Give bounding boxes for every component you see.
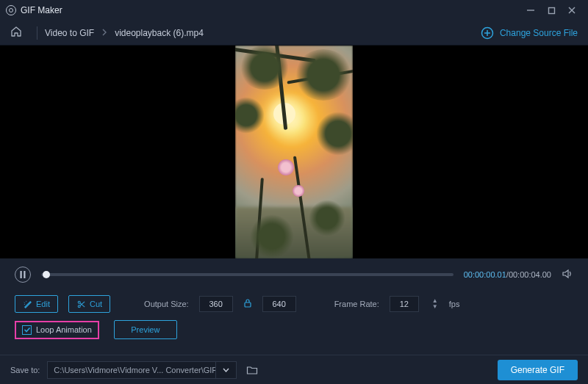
output-height-input[interactable] <box>262 296 296 312</box>
video-preview-area <box>0 46 588 258</box>
output-size-label: Output Size: <box>144 300 189 308</box>
home-icon[interactable] <box>10 26 29 40</box>
svg-rect-7 <box>21 271 22 278</box>
loop-animation-highlight: Loop Animation <box>15 321 99 339</box>
loop-animation-checkbox[interactable] <box>22 325 32 335</box>
bottom-bar: Save to: C:\Users\Vidmore\Vidmore V... C… <box>0 355 588 384</box>
controls-row: Edit Cut Output Size: Frame Rate: ▲ ▼ fp… <box>0 291 588 313</box>
close-button[interactable] <box>562 3 582 18</box>
seek-thumb[interactable] <box>43 271 50 278</box>
playback-bar: 00:00:00.01/00:00:04.00 <box>0 258 588 291</box>
frame-rate-stepper: ▲ ▼ <box>431 296 439 312</box>
svg-rect-13 <box>245 303 251 307</box>
edit-button[interactable]: Edit <box>15 295 58 313</box>
generate-gif-label: Generate GIF <box>511 365 564 375</box>
caret-down-icon <box>223 368 229 372</box>
preview-label: Preview <box>131 325 159 334</box>
time-total: 00:00:04.00 <box>509 270 551 279</box>
breadcrumb-root[interactable]: Video to GIF <box>45 28 94 38</box>
breadcrumb-bar: Video to GIF videoplayback (6).mp4 Chang… <box>0 21 588 46</box>
open-folder-button[interactable] <box>244 362 260 378</box>
breadcrumb-file: videoplayback (6).mp4 <box>115 28 204 38</box>
frame-rate-input[interactable] <box>390 296 419 312</box>
save-path-dropdown[interactable] <box>216 361 237 379</box>
app-icon <box>6 5 16 15</box>
wand-icon <box>23 300 32 309</box>
divider <box>37 26 37 40</box>
minimize-button[interactable] <box>520 3 541 18</box>
chevron-right-icon <box>101 29 107 37</box>
frame-rate-label: Frame Rate: <box>334 300 379 308</box>
svg-rect-8 <box>24 271 25 278</box>
fps-label: fps <box>449 300 460 308</box>
lock-aspect-icon[interactable] <box>243 298 252 311</box>
plus-circle-icon <box>481 26 494 40</box>
loop-animation-label: Loop Animation <box>36 325 92 334</box>
volume-icon[interactable] <box>562 268 573 282</box>
cut-button[interactable]: Cut <box>68 295 110 313</box>
video-frame <box>235 46 353 258</box>
title-bar: GIF Maker <box>0 0 588 21</box>
maximize-button[interactable] <box>541 3 562 18</box>
seek-slider[interactable] <box>41 273 453 276</box>
change-source-label: Change Source File <box>500 28 578 38</box>
output-width-input[interactable] <box>199 296 233 312</box>
preview-button[interactable]: Preview <box>114 320 177 339</box>
pause-button[interactable] <box>15 267 31 283</box>
loop-row: Loop Animation Preview <box>0 313 588 345</box>
generate-gif-button[interactable]: Generate GIF <box>498 360 578 380</box>
cut-label: Cut <box>90 300 102 308</box>
check-icon <box>24 326 31 333</box>
change-source-button[interactable]: Change Source File <box>481 26 578 40</box>
time-current: 00:00:00.01 <box>464 270 506 279</box>
pause-icon <box>20 271 26 278</box>
svg-rect-1 <box>548 7 554 13</box>
edit-label: Edit <box>36 300 50 308</box>
scissors-icon <box>76 300 86 309</box>
folder-icon <box>246 365 258 375</box>
save-path-display: C:\Users\Vidmore\Vidmore V... Converter\… <box>47 361 216 379</box>
save-to-label: Save to: <box>10 366 40 374</box>
time-display: 00:00:00.01/00:00:04.00 <box>464 270 551 279</box>
app-title: GIF Maker <box>21 5 62 15</box>
stepper-down[interactable]: ▼ <box>431 304 439 310</box>
